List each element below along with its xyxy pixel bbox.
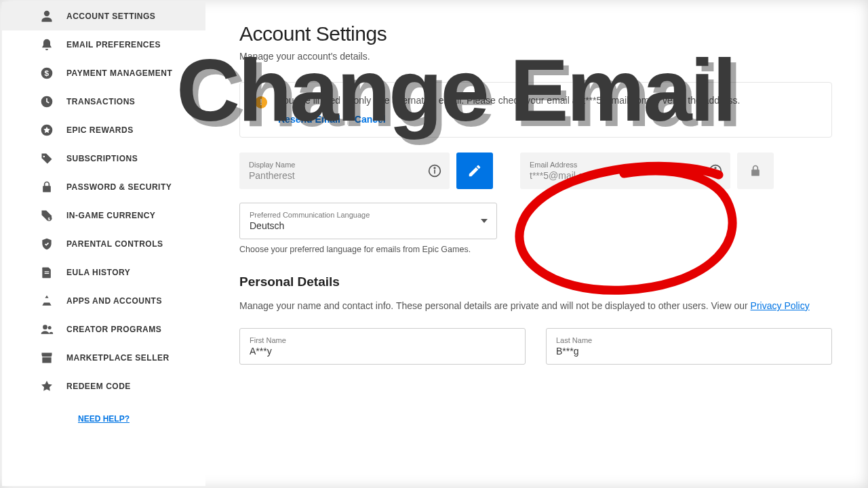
sidebar-item-label: SUBSCRIPTIONS [66, 154, 138, 163]
email-label: Email Address [530, 161, 701, 169]
email-field: Email Address t***5@mail.com [520, 152, 730, 189]
sidebar-item-label: TRANSACTIONS [66, 97, 135, 106]
svg-point-15 [715, 167, 716, 169]
sidebar-item-email-preferences[interactable]: EMAIL PREFERENCES [2, 30, 205, 59]
last-name-label: Last Name [556, 336, 802, 344]
svg-rect-6 [45, 271, 50, 272]
star-badge-icon [39, 123, 54, 138]
store-icon [39, 350, 54, 365]
page-title: Account Settings [239, 22, 832, 45]
email-value: t***5@mail.com [530, 170, 701, 181]
info-icon[interactable] [709, 164, 722, 178]
language-value: Deutsch [250, 220, 467, 231]
sidebar-item-label: IN-GAME CURRENCY [66, 211, 155, 220]
sidebar-item-epic-rewards[interactable]: EPIC REWARDS [2, 116, 205, 144]
sidebar-item-label: PARENTAL CONTROLS [66, 239, 163, 249]
sidebar-item-label: ACCOUNT SETTINGS [66, 12, 155, 21]
apps-icon [39, 293, 54, 308]
last-name-field[interactable]: Last Name B***g [546, 328, 832, 365]
sidebar-item-label: EPIC REWARDS [66, 125, 134, 135]
sidebar-item-account-settings[interactable]: ACCOUNT SETTINGS [2, 2, 205, 30]
personal-details-heading: Personal Details [239, 274, 832, 289]
sidebar-item-label: PAYMENT MANAGEMENT [66, 68, 172, 78]
resend-email-link[interactable]: Resend Email [278, 114, 340, 125]
display-name-field: Display Name Pantherest [239, 152, 450, 189]
warning-icon: ! [255, 96, 267, 108]
sidebar-item-subscriptions[interactable]: SUBSCRIPTIONS [2, 144, 205, 173]
dollar-icon: $ [39, 66, 54, 81]
sidebar-item-label: EULA HISTORY [66, 268, 130, 277]
cancel-link[interactable]: Cancel [355, 114, 386, 125]
sidebar-item-payment-management[interactable]: $ PAYMENT MANAGEMENT [2, 59, 205, 87]
sidebar-item-creator-programs[interactable]: CREATOR PROGRAMS [2, 315, 205, 344]
alert-text: You are limited to only one alternative … [278, 95, 816, 106]
page-subtitle: Manage your account's details. [239, 51, 832, 62]
tag-icon [39, 151, 54, 166]
shield-icon [39, 237, 54, 251]
display-name-label: Display Name [249, 161, 420, 169]
first-name-label: First Name [250, 336, 495, 344]
currency-tag-icon: $ [39, 208, 54, 223]
sidebar-item-in-game-currency[interactable]: $ IN-GAME CURRENCY [2, 201, 205, 230]
language-hint: Choose your preferred language for email… [239, 245, 832, 254]
sidebar-item-redeem-code[interactable]: REDEEM CODE [2, 372, 205, 401]
personal-details-subtitle: Manage your name and contact info. These… [239, 299, 832, 313]
divider [347, 114, 348, 125]
last-name-value: B***g [556, 346, 802, 357]
svg-text:$: $ [45, 68, 50, 77]
svg-point-9 [48, 326, 52, 329]
email-locked-button [737, 152, 774, 189]
svg-rect-7 [45, 273, 50, 274]
sidebar-item-parental-controls[interactable]: PARENTAL CONTROLS [2, 230, 205, 258]
svg-point-8 [43, 325, 47, 329]
chevron-down-icon [481, 219, 488, 223]
sidebar-item-transactions[interactable]: TRANSACTIONS [2, 87, 205, 116]
star-icon [39, 379, 54, 394]
document-icon [39, 265, 54, 280]
sidebar-item-password-security[interactable]: PASSWORD & SECURITY [2, 173, 205, 201]
verify-email-alert: ! You are limited to only one alternativ… [239, 82, 832, 138]
svg-text:$: $ [47, 217, 50, 221]
sidebar-item-label: APPS AND ACCOUNTS [66, 296, 162, 306]
display-name-value: Pantherest [249, 170, 420, 181]
language-select[interactable]: Preferred Communication Language Deutsch [239, 203, 497, 239]
sidebar: ACCOUNT SETTINGS EMAIL PREFERENCES $ PAY… [2, 2, 205, 486]
sidebar-item-label: PASSWORD & SECURITY [66, 182, 172, 192]
language-label: Preferred Communication Language [250, 211, 467, 219]
people-icon [39, 322, 54, 337]
clock-icon [39, 94, 54, 109]
user-icon [39, 9, 54, 24]
sidebar-item-marketplace-seller[interactable]: MARKETPLACE SELLER [2, 344, 205, 372]
bell-icon [39, 37, 54, 52]
info-icon[interactable] [428, 164, 441, 178]
edit-display-name-button[interactable] [456, 152, 493, 189]
svg-point-12 [434, 167, 435, 169]
main-content: Account Settings Manage your account's d… [205, 2, 866, 486]
sidebar-item-apps-accounts[interactable]: APPS AND ACCOUNTS [2, 287, 205, 315]
sidebar-item-label: REDEEM CODE [66, 382, 131, 391]
need-help-link[interactable]: NEED HELP? [2, 401, 205, 437]
sidebar-item-label: CREATOR PROGRAMS [66, 325, 161, 334]
sidebar-item-label: MARKETPLACE SELLER [66, 353, 170, 363]
first-name-value: A***y [250, 346, 495, 357]
privacy-policy-link[interactable]: Privacy Policy [751, 300, 810, 311]
sidebar-item-eula-history[interactable]: EULA HISTORY [2, 258, 205, 287]
first-name-field[interactable]: First Name A***y [239, 328, 526, 365]
lock-icon [39, 180, 54, 195]
sidebar-item-label: EMAIL PREFERENCES [66, 40, 161, 49]
